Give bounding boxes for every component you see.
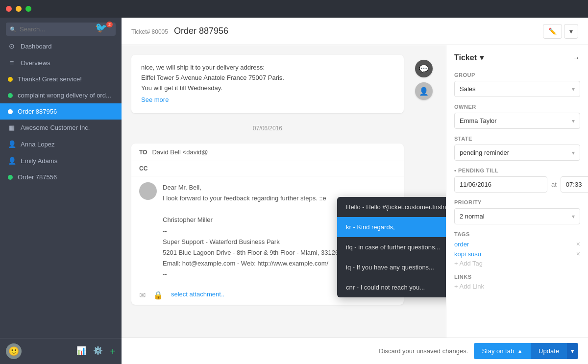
- see-more-link[interactable]: See more: [141, 95, 169, 105]
- compose-email: Email: hot@example.com - Web: http://www…: [163, 258, 353, 269]
- state-label: STATE: [454, 136, 580, 142]
- pending-label: • PENDING TILL: [454, 168, 580, 173]
- overviews-icon: ≡: [8, 59, 16, 67]
- sidebar-item-label: Dashboard: [21, 43, 52, 50]
- priority-select[interactable]: 2 normal ▾: [454, 208, 580, 224]
- tag-order-link[interactable]: order: [454, 241, 469, 248]
- minimize-button[interactable]: [16, 6, 22, 12]
- sidebar-item-order787556[interactable]: Order 787556: [0, 169, 122, 185]
- add-link-button[interactable]: + Add Link: [454, 283, 580, 290]
- date-row: at: [454, 176, 580, 193]
- group-field: GROUP Sales ▾: [454, 72, 580, 97]
- dropdown-item-cnr[interactable]: cnr - I could not reach you...: [337, 277, 446, 297]
- chat-bubble-icon[interactable]: 💬: [415, 60, 433, 77]
- maximize-button[interactable]: [25, 6, 31, 12]
- pending-date-input[interactable]: [454, 176, 547, 193]
- sidebar-item-anna-lopez[interactable]: 👤 Anna Lopez: [0, 136, 122, 152]
- titlebar: [0, 0, 588, 18]
- sidebar-item-label: Thanks! Great service!: [18, 75, 82, 83]
- sidebar-item-label: Overviews: [21, 59, 50, 67]
- message-bubble: nice, we will ship it to your delivery a…: [131, 55, 404, 113]
- to-label: TO: [139, 149, 147, 156]
- state-select[interactable]: pending reminder ▾: [454, 145, 580, 161]
- navigate-arrow[interactable]: →: [572, 53, 580, 62]
- priority-field: PRIORITY 2 normal ▾: [454, 199, 580, 224]
- org-icon: ▦: [8, 124, 16, 131]
- dropdown-item-ifq[interactable]: ifq - in case of further questions...: [337, 237, 446, 257]
- dashboard-icon: ⊙: [8, 42, 16, 50]
- person-icon: 👤: [8, 157, 16, 165]
- stats-icon[interactable]: 📊: [76, 346, 86, 357]
- sidebar-item-thanks[interactable]: Thanks! Great service!: [0, 71, 122, 87]
- header-actions: ✏️ ▾: [543, 24, 578, 39]
- sidebar-item-label: Order 887956: [18, 108, 57, 115]
- tag-kopi-remove[interactable]: ×: [576, 250, 580, 258]
- dropdown-item-iq[interactable]: iq - If you have any questions...: [337, 257, 446, 277]
- tags-label: TAGS: [454, 231, 580, 237]
- add-icon[interactable]: +: [110, 346, 116, 357]
- group-label: GROUP: [454, 72, 580, 78]
- sidebar-item-order887956[interactable]: Order 887956: [0, 103, 122, 120]
- tags-section: TAGS order × kopi susu × + Add Tag: [454, 231, 580, 267]
- message-line2: Eiffel Tower 5 Avenue Anatole France 750…: [141, 73, 394, 83]
- chevron-button[interactable]: ▾: [564, 24, 578, 39]
- priority-label: PRIORITY: [454, 199, 580, 205]
- settings-icon[interactable]: ⚙️: [93, 346, 103, 357]
- ticket-title: Order 887956: [174, 26, 228, 36]
- logo-bird-icon: 🐦: [95, 22, 107, 33]
- dropdown-item-hello[interactable]: Hello - Hello #{ticket.customer.firstnam…: [337, 197, 446, 217]
- compose-greeting: Dear Mr. Bell,: [163, 182, 353, 193]
- ticket-panel-title[interactable]: Ticket ▾: [454, 53, 484, 62]
- pending-time-input[interactable]: [561, 176, 588, 193]
- close-button[interactable]: [6, 6, 12, 12]
- sidebar-item-label: Order 787556: [18, 173, 57, 181]
- user-avatar[interactable]: 🙂: [6, 343, 22, 359]
- stay-on-tab-button[interactable]: Stay on tab ▲: [474, 343, 531, 359]
- status-dot-active: [8, 109, 13, 114]
- group-select[interactable]: Sales ▾: [454, 81, 580, 97]
- status-dot-yellow: [8, 77, 13, 82]
- email-icon[interactable]: ✉: [139, 291, 146, 300]
- person-icon: 👤: [8, 140, 16, 148]
- lock-icon[interactable]: 🔒: [153, 291, 163, 300]
- tag-order-remove[interactable]: ×: [576, 240, 580, 248]
- sidebar-item-complaint[interactable]: complaint wrong delivery of ord...: [0, 87, 122, 103]
- message-line1: nice, we will ship it to your delivery a…: [141, 63, 394, 73]
- compose-line1: I look forward to your feedback regardin…: [163, 193, 353, 204]
- ticket-panel-header: Ticket ▾ →: [454, 53, 580, 62]
- chevron-down-icon: ▾: [480, 53, 484, 62]
- cc-label: CC: [139, 165, 147, 172]
- tag-item-kopi-susu: kopi susu ×: [454, 250, 580, 258]
- update-button[interactable]: Update: [531, 343, 567, 359]
- sidebar-nav: ⊙ Dashboard ≡ Overviews Thanks! Great se…: [0, 38, 122, 338]
- update-chevron-button[interactable]: ▾: [567, 343, 578, 359]
- edit-button[interactable]: ✏️: [543, 24, 562, 39]
- chevron-down-icon: ▾: [572, 86, 575, 93]
- tag-kopi-link[interactable]: kopi susu: [454, 250, 481, 258]
- chevron-down-icon: ▾: [572, 213, 575, 220]
- compose-body[interactable]: Dear Mr. Bell, I look forward to your fe…: [163, 182, 353, 280]
- main-header: Ticket# 80005 Order 887956 ✏️ ▾: [122, 18, 588, 45]
- compose-signature: Christopher Miller: [163, 215, 353, 225]
- status-dot-green: [8, 93, 13, 98]
- footer-icons: 📊 ⚙️ +: [76, 346, 116, 357]
- asterisk: •: [454, 168, 458, 173]
- notification-badge[interactable]: 2: [106, 22, 113, 27]
- message-line3: You will get it till Wednesday.: [141, 83, 394, 94]
- at-label: at: [551, 181, 557, 188]
- user-icon[interactable]: 👤: [415, 82, 433, 100]
- dropdown-item-kr[interactable]: kr - Kind regards,: [337, 217, 446, 237]
- attachment-link[interactable]: select attachment..: [171, 291, 224, 300]
- discard-text: Discard your unsaved changes.: [379, 347, 468, 355]
- sidebar-item-overviews[interactable]: ≡ Overviews: [0, 54, 122, 71]
- to-value[interactable]: David Bell <david@: [152, 148, 396, 156]
- sidebar-item-dashboard[interactable]: ⊙ Dashboard: [0, 38, 122, 54]
- add-tag-button[interactable]: + Add Tag: [454, 260, 580, 267]
- content-area: nice, we will ship it to your delivery a…: [122, 45, 446, 338]
- sidebar-item-awesome-customer[interactable]: ▦ Awesome Customer Inc.: [0, 120, 122, 136]
- owner-select[interactable]: Emma Taylor ▾: [454, 113, 580, 129]
- compose-address: 5201 Blue Lagoon Drive - 8th Floor & 9th…: [163, 247, 353, 258]
- sidebar-item-emily-adams[interactable]: 👤 Emily Adams: [0, 152, 122, 169]
- owner-field: OWNER Emma Taylor ▾: [454, 104, 580, 129]
- avatar-img: 🙂: [8, 346, 19, 357]
